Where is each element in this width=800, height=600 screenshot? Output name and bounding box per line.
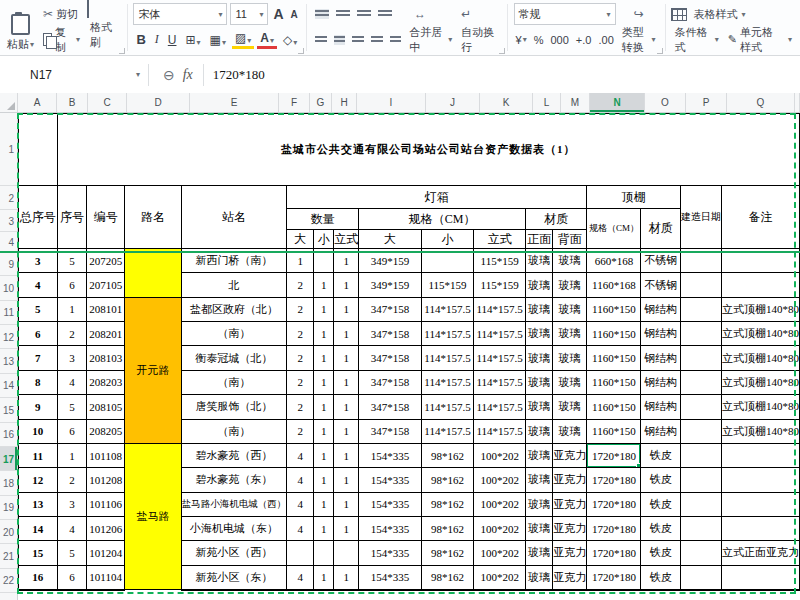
- cell-station[interactable]: 小海机电城（东）: [181, 516, 287, 540]
- align-top-button[interactable]: [313, 6, 331, 22]
- increase-font-button[interactable]: A: [271, 6, 285, 22]
- cell-qty-big[interactable]: 2: [287, 419, 314, 443]
- cell-canopy-spec[interactable]: 1720*180: [587, 443, 641, 467]
- row-header-20[interactable]: 20: [0, 520, 17, 544]
- cell-code[interactable]: 101104: [87, 565, 125, 589]
- cell-qty-upright[interactable]: [334, 541, 359, 565]
- cell-spec-big[interactable]: 347*158: [359, 346, 421, 370]
- cell-station[interactable]: 新苑小区（西）: [181, 541, 287, 565]
- cell-qty-big[interactable]: 2: [287, 273, 314, 297]
- cell-station[interactable]: （南）: [181, 370, 287, 394]
- column-header-Q[interactable]: Q: [727, 93, 795, 112]
- cell-spec-upright[interactable]: 114*157.5: [474, 395, 526, 419]
- cell-canopy-spec[interactable]: 1160*150: [587, 322, 641, 346]
- cell-code[interactable]: 101204: [87, 541, 125, 565]
- cell-qty-small[interactable]: 1: [314, 516, 334, 540]
- cell-canopy-spec[interactable]: 1160*150: [587, 370, 641, 394]
- cell-mat-front[interactable]: 玻璃: [526, 297, 553, 321]
- cell-spec-big[interactable]: 154*335: [359, 443, 421, 467]
- cell-qty-small[interactable]: 1: [314, 443, 334, 467]
- align-middle-button[interactable]: [334, 6, 352, 22]
- cell-mat-back[interactable]: 亚克力: [553, 565, 587, 589]
- clear-format-button[interactable]: ◇▾: [280, 32, 300, 48]
- cell-mat-back[interactable]: 玻璃: [553, 273, 587, 297]
- cell-total-no[interactable]: 14: [19, 516, 58, 540]
- cell-canopy-spec[interactable]: 1720*180: [587, 541, 641, 565]
- row-header-21[interactable]: 21: [0, 544, 17, 568]
- cell-qty-upright[interactable]: 1: [334, 322, 359, 346]
- row-header-1[interactable]: 1: [0, 113, 17, 186]
- cell-qty-small[interactable]: 1: [314, 322, 334, 346]
- column-header-G[interactable]: G: [310, 93, 332, 112]
- cell-qty-big[interactable]: 2: [287, 322, 314, 346]
- cell-mat-back[interactable]: 玻璃: [553, 370, 587, 394]
- cell-canopy-mat[interactable]: 钢结构: [641, 395, 680, 419]
- header-station[interactable]: 站名: [181, 186, 287, 249]
- cell-code[interactable]: 208201: [87, 322, 125, 346]
- cell-spec-small[interactable]: 98*162: [421, 443, 474, 467]
- cell-code[interactable]: 101106: [87, 492, 125, 516]
- cell-canopy-mat[interactable]: 不锈钢: [641, 273, 680, 297]
- cell-mat-back[interactable]: 玻璃: [553, 322, 587, 346]
- cell-spec-big[interactable]: 154*335: [359, 541, 421, 565]
- header-road[interactable]: 路名: [125, 186, 182, 249]
- type-convert-button[interactable]: 类型转换▾: [619, 23, 659, 57]
- cell-spec-big[interactable]: 154*335: [359, 492, 421, 516]
- cell-canopy-spec[interactable]: 1720*180: [587, 565, 641, 589]
- cell-total-no[interactable]: 6: [19, 322, 58, 346]
- cell-station[interactable]: 盐都区政府（北）: [181, 297, 287, 321]
- header-build-date[interactable]: 建造日期: [680, 186, 721, 249]
- cell-remark[interactable]: 立式顶棚140*80: [721, 395, 799, 419]
- header-no[interactable]: 序号: [57, 186, 87, 249]
- cell-total-no[interactable]: 10: [19, 419, 58, 443]
- cell-qty-small[interactable]: 1: [314, 273, 334, 297]
- column-header-F[interactable]: F: [279, 93, 310, 112]
- align-center-button[interactable]: [332, 32, 348, 48]
- column-header-C[interactable]: C: [88, 93, 127, 112]
- header-front[interactable]: 正面: [526, 230, 553, 249]
- percent-button[interactable]: %: [532, 33, 546, 47]
- cell-code[interactable]: 101108: [87, 443, 125, 467]
- row-header-12[interactable]: 12: [0, 325, 17, 349]
- justify-button[interactable]: [369, 32, 385, 48]
- cell-build-date[interactable]: [680, 419, 721, 443]
- cell-spec-small[interactable]: 114*157.5: [421, 346, 474, 370]
- cell-mat-front[interactable]: 玻璃: [526, 395, 553, 419]
- table-style-button[interactable]: 表格样式▾: [690, 5, 748, 24]
- cell-station[interactable]: 唐笑服饰（北）: [181, 395, 287, 419]
- cell-qty-upright[interactable]: 1: [334, 346, 359, 370]
- cell-spec-upright[interactable]: 100*202: [474, 565, 526, 589]
- cell-remark[interactable]: 立式顶棚140*80: [721, 419, 799, 443]
- cell-mat-back[interactable]: 玻璃: [553, 297, 587, 321]
- cell-canopy-mat[interactable]: 铁皮: [641, 565, 680, 589]
- cell-qty-big[interactable]: 4: [287, 565, 314, 589]
- header-total-no[interactable]: 总序号: [19, 186, 58, 249]
- cell-qty-small[interactable]: 1: [314, 346, 334, 370]
- cell-qty-small[interactable]: 1: [314, 395, 334, 419]
- row-header-19[interactable]: 19: [0, 496, 17, 520]
- cell-mat-back[interactable]: 玻璃: [553, 249, 587, 273]
- cell-qty-upright[interactable]: 1: [334, 468, 359, 492]
- cell-no[interactable]: 6: [57, 419, 87, 443]
- cell-station[interactable]: 北: [181, 273, 287, 297]
- name-box[interactable]: N17 ▾: [0, 56, 148, 93]
- cell-qty-small[interactable]: [314, 249, 334, 273]
- cell-canopy-mat[interactable]: 铁皮: [641, 492, 680, 516]
- formula-input[interactable]: 1720*180: [204, 56, 800, 93]
- cell-code[interactable]: 208105: [87, 395, 125, 419]
- cell-build-date[interactable]: [680, 273, 721, 297]
- cell-canopy-mat[interactable]: 铁皮: [641, 443, 680, 467]
- cell-no[interactable]: 5: [57, 249, 87, 273]
- cell-spec-big[interactable]: 347*158: [359, 395, 421, 419]
- comma-style-button[interactable]: 000: [549, 35, 571, 45]
- cell-remark[interactable]: [721, 492, 799, 516]
- cell-build-date[interactable]: [680, 297, 721, 321]
- cell-qty-upright[interactable]: 1: [334, 516, 359, 540]
- header-spec-big[interactable]: 大: [359, 230, 421, 249]
- cell-build-date[interactable]: [680, 249, 721, 273]
- cell-no[interactable]: 6: [57, 565, 87, 589]
- cell-total-no[interactable]: 11: [19, 443, 58, 467]
- cell-qty-small[interactable]: 1: [314, 419, 334, 443]
- cell-canopy-spec[interactable]: 1720*180: [587, 492, 641, 516]
- format-painter-button[interactable]: 格式刷: [87, 18, 121, 52]
